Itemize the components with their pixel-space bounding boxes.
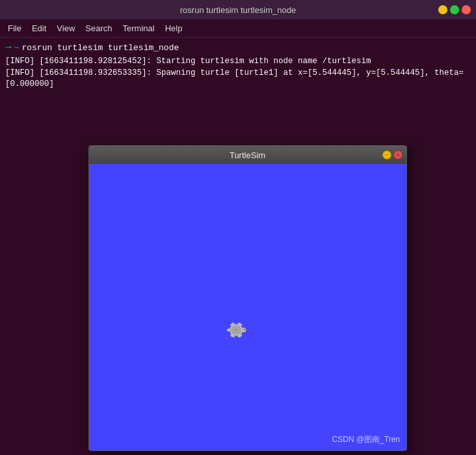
menu-view[interactable]: View <box>51 22 80 34</box>
turtle-sprite <box>226 318 249 342</box>
prompt-command: rosrun turtlesim turtlesim_node <box>21 43 179 53</box>
menu-search[interactable]: Search <box>80 22 117 34</box>
info-line-1: [INFO] [1663411198.928125452]: Starting … <box>5 56 471 68</box>
close-button[interactable] <box>462 5 471 14</box>
prompt-tilde: ~ <box>14 43 20 53</box>
menu-help[interactable]: Help <box>160 22 188 34</box>
svg-point-12 <box>227 329 231 332</box>
watermark: CSDN @图南_Tren <box>332 434 400 445</box>
svg-point-6 <box>241 327 246 332</box>
turtlesim-title: TurtleSim <box>112 150 382 160</box>
info-line-2: [INFO] [1663411198.932653335]: Spawning … <box>5 68 471 90</box>
terminal-menubar: File Edit View Search Terminal Help <box>0 20 476 38</box>
turtlesim-controls: ─ ✕ <box>382 150 403 159</box>
svg-point-7 <box>244 329 245 330</box>
menu-terminal[interactable]: Terminal <box>118 22 160 34</box>
prompt-arrow: → <box>5 42 12 53</box>
terminal-titlebar: rosrun turtlesim turtlesim_node <box>0 0 476 20</box>
minimize-button[interactable] <box>438 5 447 14</box>
menu-edit[interactable]: Edit <box>27 22 51 34</box>
prompt-line: → ~ rosrun turtlesim turtlesim_node <box>5 42 471 53</box>
ts-close-button[interactable]: ✕ <box>393 150 403 159</box>
turtlesim-canvas: CSDN @图南_Tren <box>89 164 406 450</box>
terminal-content[interactable]: → ~ rosrun turtlesim turtlesim_node [INF… <box>0 38 476 455</box>
terminal-title: rosrun turtlesim turtlesim_node <box>38 5 438 15</box>
ts-minimize-button[interactable]: ─ <box>382 150 391 159</box>
terminal-controls <box>438 5 471 14</box>
maximize-button[interactable] <box>450 5 459 14</box>
menu-file[interactable]: File <box>3 22 27 34</box>
turtlesim-titlebar: TurtleSim ─ ✕ <box>89 146 406 164</box>
turtlesim-window[interactable]: TurtleSim ─ ✕ <box>88 145 407 451</box>
terminal-window: rosrun turtlesim turtlesim_node File Edi… <box>0 0 476 455</box>
